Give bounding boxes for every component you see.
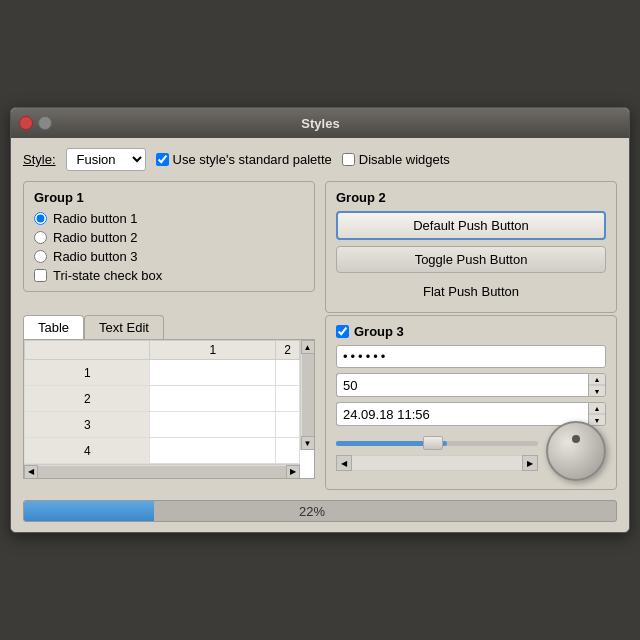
tab-bar: Table Text Edit [23,315,315,339]
cell-2-2[interactable] [276,386,300,412]
radio-1-input[interactable] [34,212,47,225]
row-header-2: 2 [25,386,150,412]
window-title: Styles [60,116,581,131]
group2-buttons: Default Push Button Toggle Push Button F… [336,211,606,304]
table-vscrollbar[interactable]: ▲ ▼ [300,340,314,450]
scroll-right-btn[interactable]: ▶ [286,465,300,479]
window-controls [19,116,52,130]
scroll-down-btn[interactable]: ▼ [301,436,315,450]
slider-handle[interactable] [423,436,443,450]
progress-bar-area: 22% [23,500,617,522]
minimize-button[interactable] [38,116,52,130]
spin-up-button[interactable]: ▲ [589,374,605,385]
bottom-content: Table Text Edit 1 2 [23,315,617,490]
cell-1-1[interactable] [150,360,276,386]
slider-wrapper: ◀ ▶ [336,435,538,471]
slider-dial-row: ◀ ▶ [336,431,606,481]
g3-scroll-right[interactable]: ▶ [522,455,538,471]
style-label: Style: [23,152,56,167]
group3-title: Group 3 [336,324,606,339]
slider-track [336,435,538,451]
spin-down-button[interactable]: ▼ [589,385,605,396]
slider-bg [336,441,538,446]
group2-box: Group 2 Default Push Button Toggle Push … [325,181,617,313]
tab-table[interactable]: Table [23,315,84,339]
main-window: Styles Style: Fusion Use style's standar… [10,107,630,533]
tristate-checkbox[interactable]: Tri-state check box [34,268,304,283]
spinbox-wrapper: 50 ▲ ▼ [336,373,606,397]
scroll-up-btn[interactable]: ▲ [301,340,315,354]
dial-knob[interactable] [546,421,606,481]
tab-content: 1 2 1 2 [23,339,315,479]
disable-widgets-checkbox[interactable] [342,153,355,166]
dial-area [546,421,606,481]
scroll-left-btn[interactable]: ◀ [24,465,38,479]
g3-scrollbar[interactable]: ◀ ▶ [336,455,538,471]
close-button[interactable] [19,116,33,130]
scroll-thumb-h[interactable] [38,466,286,478]
row-header-3: 3 [25,412,150,438]
radio-button-2[interactable]: Radio button 2 [34,230,304,245]
main-content: Group 1 Radio button 1 Radio button 2 Ra… [23,181,617,313]
right-col: Group 2 Default Push Button Toggle Push … [325,181,617,313]
table-row: 4 [25,438,300,464]
cell-3-2[interactable] [276,412,300,438]
use-palette-label[interactable]: Use style's standard palette [156,152,332,167]
toggle-push-button[interactable]: Toggle Push Button [336,246,606,273]
g3-scroll-left[interactable]: ◀ [336,455,352,471]
radio-2-input[interactable] [34,231,47,244]
flat-push-button[interactable]: Flat Push Button [336,279,606,304]
cell-1-2[interactable] [276,360,300,386]
use-palette-checkbox[interactable] [156,153,169,166]
row-header-4: 4 [25,438,150,464]
cell-4-2[interactable] [276,438,300,464]
progress-label: 22% [23,504,608,519]
table-row: 3 [25,412,300,438]
default-push-button[interactable]: Default Push Button [336,211,606,240]
group2-title: Group 2 [336,190,606,205]
g3-scroll-track[interactable] [352,455,522,471]
group3-checkbox[interactable] [336,325,349,338]
cell-2-1[interactable] [150,386,276,412]
table-row: 2 [25,386,300,412]
table-wrapper: 1 2 1 2 [24,340,314,464]
tristate-input[interactable] [34,269,47,282]
cell-3-1[interactable] [150,412,276,438]
tab-text-edit[interactable]: Text Edit [84,315,164,339]
group1-title: Group 1 [34,190,304,205]
left-col: Group 1 Radio button 1 Radio button 2 Ra… [23,181,315,313]
group1-box: Group 1 Radio button 1 Radio button 2 Ra… [23,181,315,292]
spinbox-input[interactable]: 50 [336,373,588,397]
table-hscrollbar[interactable]: ◀ ▶ [24,464,300,478]
window-body: Style: Fusion Use style's standard palet… [11,138,629,532]
style-select[interactable]: Fusion [66,148,146,171]
row-header-1: 1 [25,360,150,386]
right-bottom: Group 3 50 ▲ ▼ 24.09.18 11:56 [325,315,617,490]
group3-box: Group 3 50 ▲ ▼ 24.09.18 11:56 [325,315,617,490]
radio-button-3[interactable]: Radio button 3 [34,249,304,264]
cell-4-1[interactable] [150,438,276,464]
topbar: Style: Fusion Use style's standard palet… [23,148,617,171]
password-field[interactable] [336,345,606,368]
progress-track: 22% [23,500,617,522]
datetime-spin-up[interactable]: ▲ [589,403,605,414]
col-header-2: 2 [276,341,300,360]
table-row: 1 [25,360,300,386]
spin-arrows: ▲ ▼ [588,373,606,397]
radio-3-input[interactable] [34,250,47,263]
titlebar: Styles [11,108,629,138]
scroll-thumb-v[interactable] [302,354,314,436]
data-table: 1 2 1 2 [24,340,300,464]
radio-button-1[interactable]: Radio button 1 [34,211,304,226]
dial-indicator [572,435,580,443]
disable-widgets-label[interactable]: Disable widgets [342,152,450,167]
col-header-1: 1 [150,341,276,360]
left-bottom: Table Text Edit 1 2 [23,315,315,490]
